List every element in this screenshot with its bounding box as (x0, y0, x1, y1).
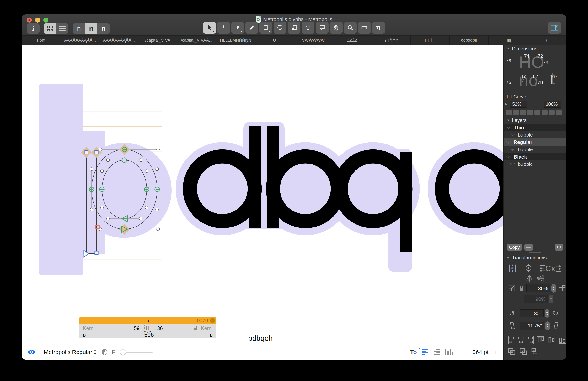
closed-eye-icon[interactable] (510, 133, 515, 136)
zoom-in-button[interactable]: + (494, 348, 498, 356)
scale-down-icon[interactable] (508, 284, 516, 292)
vertical-layout-icon[interactable] (445, 349, 453, 355)
zoom-value[interactable]: 364 pt (473, 349, 488, 355)
rotate-tool[interactable] (273, 22, 286, 34)
align-right-icon[interactable] (434, 349, 440, 355)
closed-eye-icon[interactable] (506, 126, 511, 129)
align-right-edges-icon[interactable] (527, 336, 534, 344)
instructor-tool[interactable]: T (372, 22, 385, 34)
layer-row[interactable]: Regular (504, 139, 566, 146)
layer-row[interactable]: Black (504, 153, 566, 160)
align-bottom-edges-icon[interactable] (558, 336, 566, 344)
right-kern-value[interactable]: 36 (157, 325, 163, 331)
glyph-tab[interactable]: iíîïij (488, 36, 527, 45)
glyph-tab[interactable]: ZŹŽŻ (333, 36, 372, 45)
scale-stepper[interactable] (551, 284, 556, 293)
glyph-tab[interactable]: VWẂŴẄẀ (294, 36, 333, 45)
hand-tool[interactable] (330, 22, 343, 34)
glyph-tab[interactable]: YÝŶŸỲ (372, 36, 411, 45)
flip-horizontal-icon[interactable] (526, 275, 533, 282)
glyph-tab[interactable]: Font (22, 36, 61, 45)
slant-field[interactable]: 11.75° (520, 322, 544, 330)
align-left-edges-icon[interactable] (508, 336, 515, 344)
scale-horizontal-field[interactable]: 30% (526, 284, 550, 292)
fit-curve-max-field[interactable]: 100% (544, 101, 561, 108)
closed-eye-icon[interactable] (506, 140, 511, 144)
flip-vertical-icon[interactable] (536, 275, 544, 282)
boolean-subtract-icon[interactable] (519, 348, 528, 356)
pencil-tool[interactable] (245, 22, 258, 34)
align-left-icon[interactable] (422, 349, 428, 355)
boolean-union-icon[interactable] (508, 348, 516, 356)
info-button[interactable]: i (27, 23, 40, 34)
fit-curve-step-button[interactable] (542, 110, 547, 115)
layer-row[interactable]: Thin (504, 124, 566, 131)
disclosure-triangle-icon[interactable]: ▼ (507, 256, 510, 260)
weight-thin-button[interactable]: n (73, 23, 85, 34)
scale-vertical-field[interactable]: 90% (524, 295, 548, 303)
primitives-tool[interactable] (259, 22, 272, 34)
metrics-key-icon[interactable]: Cx (540, 263, 561, 273)
layer-row[interactable]: bubble (504, 131, 566, 139)
grid-view-button[interactable] (44, 23, 56, 34)
features-letter[interactable]: F (112, 348, 115, 356)
fit-curve-step-button[interactable] (527, 110, 533, 115)
zoom-out-button[interactable]: − (463, 348, 467, 356)
draw-tool[interactable] (217, 22, 230, 34)
glyph-tab[interactable]: ł (527, 36, 566, 45)
fit-curve-step-button[interactable] (513, 110, 519, 115)
glyph-tab[interactable]: /capital_V VAÁ... (177, 36, 216, 45)
rotate-field[interactable]: 30° (520, 309, 544, 318)
blur-slider[interactable] (120, 349, 153, 355)
width-value[interactable]: 596 (144, 332, 154, 338)
features-preview-button[interactable]: To (410, 349, 417, 355)
layer-color-icon[interactable] (102, 349, 107, 355)
rotate-ccw-icon[interactable]: ↺ (509, 310, 515, 317)
fit-curve-step-button[interactable] (556, 110, 562, 115)
transform-origin-point-icon[interactable] (524, 263, 533, 273)
glyph-tab[interactable]: ocbdqpii (450, 36, 488, 45)
transform-origin-selection-icon[interactable] (508, 263, 517, 273)
copy-layer-button[interactable]: Copy (507, 244, 522, 251)
list-view-button[interactable] (56, 23, 68, 34)
knife-tool[interactable] (231, 22, 244, 34)
slant-right-icon[interactable] (553, 322, 560, 330)
glyph-tab[interactable]: /capital_V VA (138, 36, 177, 45)
panel-drag-handle[interactable] (529, 252, 541, 253)
sidebar-toggle-button[interactable] (548, 22, 561, 34)
remove-layer-button[interactable]: — (524, 244, 533, 251)
left-kern-value[interactable]: 59 (134, 325, 140, 331)
fit-curve-min-field[interactable]: 52% (510, 101, 527, 108)
disclosure-triangle-icon[interactable]: ▼ (507, 119, 510, 122)
select-tool[interactable] (203, 22, 216, 34)
rotate-cw-icon[interactable]: ↻ (552, 310, 558, 317)
rotate-stepper[interactable] (545, 309, 549, 318)
weight-regular-button[interactable]: n (85, 23, 97, 34)
fit-curve-step-button[interactable] (534, 110, 540, 115)
layers-header[interactable]: ▼ Layers (504, 117, 566, 124)
kern-lock-icon[interactable] (193, 326, 198, 331)
align-top-edges-icon[interactable] (537, 336, 545, 344)
disclosure-triangle-icon[interactable]: ▼ (507, 47, 510, 50)
scale-up-icon[interactable] (558, 284, 566, 292)
closed-eye-icon[interactable] (510, 162, 515, 166)
layer-row[interactable]: bubble (504, 160, 566, 168)
align-center-horizontal-icon[interactable] (517, 336, 524, 344)
goto-unicode-button[interactable]: → (210, 318, 215, 323)
edit-canvas[interactable]: p 0070 → Kern 59 ← H → 36 (22, 45, 503, 344)
glyph-tab[interactable]: HLĹĽŁMNŃŇŅÑ (216, 36, 255, 45)
zoom-tool[interactable] (344, 22, 357, 34)
glyph-tab[interactable]: AÁĂÂÄÀĀĄÅÃ... (61, 36, 100, 45)
dimensions-header[interactable]: ▼ Dimensions (504, 45, 566, 52)
layer-gear-button[interactable]: ⚙ (555, 244, 563, 251)
slider-knob[interactable] (120, 349, 126, 355)
scale-vertical-stepper[interactable] (549, 295, 553, 303)
updown-chevron-icon[interactable] (93, 349, 97, 355)
glyph-tab[interactable]: U (255, 36, 294, 45)
slant-stepper[interactable] (545, 321, 550, 330)
text-tool[interactable]: T (302, 22, 315, 34)
layer-row[interactable]: bubble (504, 146, 566, 153)
annotation-tool[interactable] (316, 22, 329, 34)
preview-eye-icon[interactable] (27, 349, 36, 355)
master-selector[interactable]: Metropolis Regular (44, 349, 92, 355)
